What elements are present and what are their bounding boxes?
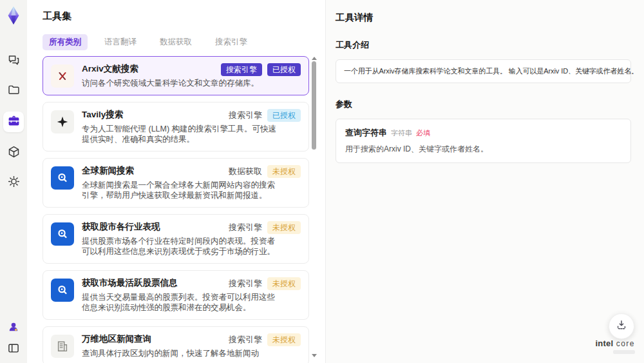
- auth-badge: 未授权: [267, 221, 301, 234]
- tool-card-global-news[interactable]: 全球新闻搜索 数据获取 未授权 全球新闻搜索是一个聚合全球各大新闻网站内容的搜索…: [43, 158, 309, 208]
- sidebar-item-account[interactable]: [5, 320, 22, 336]
- param-type: 字符串: [391, 128, 412, 138]
- category-label: 数据获取: [229, 166, 262, 177]
- intro-card: 一个用于从Arxiv存储库搜索科学论文和文章的工具。 输入可以是Arxiv ID…: [336, 59, 631, 83]
- chat-icon: [7, 54, 21, 70]
- auth-badge: 未授权: [267, 333, 301, 346]
- tool-description: 提供当天交易量最高的股票列表。投资者可以利用这些信息来识别流动性强的股票和潜在的…: [82, 292, 278, 313]
- scrollbar-thumb[interactable]: [312, 61, 316, 150]
- tool-list: Arxiv文献搜索 搜索引擎 已授权 访问各个研究领域大量科学论文和文章的存储库…: [43, 56, 309, 363]
- panel-toggle-icon: [7, 342, 20, 357]
- package-icon: [7, 145, 21, 161]
- toolbox-icon: [7, 114, 21, 130]
- tool-card-regional-news[interactable]: 万维地区新闻查询 搜索引擎 未授权 查询具体行政区划内的新闻，快速了解各地新闻动: [43, 326, 309, 363]
- tool-card-tavily[interactable]: Tavily搜索 搜索引擎 已授权 专为人工智能代理 (LLM) 构建的搜索引擎…: [43, 102, 309, 152]
- tool-description: 专为人工智能代理 (LLM) 构建的搜索引擎工具。可快速提供实时、准确和真实的结…: [82, 124, 278, 144]
- intro-text: 一个用于从Arxiv存储库搜索科学论文和文章的工具。 输入可以是Arxiv ID…: [344, 67, 638, 75]
- auth-badge: 已授权: [267, 63, 301, 76]
- sidebar-item-files[interactable]: [4, 82, 23, 100]
- category-tabs: 所有类别 语言翻译 数据获取 搜索引擎: [43, 34, 325, 50]
- sidebar-item-models[interactable]: [4, 144, 23, 162]
- param-description: 用于搜索的Arxiv ID、关键字或作者姓名。: [345, 144, 621, 155]
- scroll-down-icon[interactable]: [312, 354, 317, 357]
- tab-data-fetching[interactable]: 数据获取: [153, 34, 198, 50]
- intel-core-logo: intel core: [595, 338, 635, 354]
- params-heading: 参数: [336, 99, 631, 110]
- tool-description: 查询具体行政区划内的新闻，快速了解各地新闻动: [82, 348, 278, 358]
- scroll-up-icon[interactable]: [312, 57, 317, 60]
- category-label: 搜索引擎: [229, 110, 262, 121]
- building-news-icon: [51, 335, 74, 358]
- tool-description: 访问各个研究领域大量科学论文和文章的存储库。: [82, 78, 278, 88]
- folder-icon: [7, 83, 21, 99]
- details-panel: 工具详情 工具介绍 一个用于从Arxiv存储库搜索科学论文和文章的工具。 输入可…: [325, 0, 644, 363]
- intel-wordmark: intel: [595, 338, 613, 348]
- tools-panel: 工具集 所有类别 语言翻译 数据获取 搜索引擎 Arxiv文献搜索 搜索引擎 已…: [27, 0, 325, 363]
- tab-all-categories[interactable]: 所有类别: [43, 34, 88, 50]
- intel-sub-badge: [613, 350, 635, 354]
- tool-name: 全球新闻搜索: [82, 165, 134, 177]
- list-scrollbar[interactable]: [311, 57, 317, 357]
- tool-card-most-active-stocks[interactable]: 获取市场最活跃股票信息 搜索引擎 未授权 提供当天交易量最高的股票列表。投资者可…: [43, 270, 309, 320]
- sidebar-item-collapse[interactable]: [5, 342, 22, 357]
- auth-badge: 未授权: [267, 277, 301, 290]
- intro-heading: 工具介绍: [336, 39, 631, 51]
- blue-search-icon: [51, 166, 74, 190]
- tool-description: 提供股票市场各个行业在特定时间段内的表现。投资者可以利用这些信息来识别表现优于或…: [82, 236, 278, 257]
- blue-search-icon: [51, 222, 74, 246]
- download-button[interactable]: [609, 313, 634, 339]
- category-label: 搜索引擎: [229, 334, 262, 346]
- tool-card-arxiv[interactable]: Arxiv文献搜索 搜索引擎 已授权 访问各个研究领域大量科学论文和文章的存储库…: [43, 56, 309, 95]
- tool-name: Tavily搜索: [82, 109, 123, 121]
- tool-name: Arxiv文献搜索: [82, 63, 138, 75]
- tool-name: 获取市场最活跃股票信息: [82, 277, 178, 289]
- download-icon: [615, 319, 628, 334]
- tab-search-engine[interactable]: 搜索引擎: [209, 34, 254, 50]
- auth-badge: 未授权: [267, 165, 301, 178]
- tab-language-translation[interactable]: 语言翻译: [98, 34, 143, 50]
- category-badge: 搜索引擎: [221, 63, 262, 76]
- category-label: 搜索引擎: [229, 278, 262, 289]
- app-logo: [4, 6, 23, 26]
- sidebar-item-tools[interactable]: [3, 112, 24, 132]
- category-label: 搜索引擎: [229, 222, 262, 233]
- details-title: 工具详情: [336, 12, 631, 24]
- core-wordmark: core: [616, 339, 635, 348]
- sparkle-star-icon: [51, 110, 74, 133]
- auth-badge: 已授权: [267, 109, 301, 122]
- param-card: 查询字符串 字符串 必填 用于搜索的Arxiv ID、关键字或作者姓名。: [336, 119, 631, 163]
- page-title: 工具集: [43, 10, 325, 23]
- param-required-badge: 必填: [416, 128, 430, 138]
- blue-search-icon: [51, 279, 74, 302]
- tool-description: 全球新闻搜索是一个聚合全球各大新闻网站内容的搜索引擎，帮助用户快速获取全球最新资…: [82, 180, 278, 201]
- param-name: 查询字符串: [345, 127, 387, 139]
- gear-icon: [7, 175, 21, 191]
- tool-name: 万维地区新闻查询: [82, 333, 151, 345]
- tool-name: 获取股市各行业表现: [82, 221, 160, 233]
- arxiv-icon: [51, 64, 74, 88]
- sidebar: [0, 0, 27, 363]
- tool-card-sector-performance[interactable]: 获取股市各行业表现 搜索引擎 未授权 提供股票市场各个行业在特定时间段内的表现。…: [43, 214, 309, 264]
- sidebar-item-chat[interactable]: [4, 52, 23, 70]
- sidebar-item-settings[interactable]: [4, 173, 23, 191]
- avatar-icon: [7, 320, 20, 336]
